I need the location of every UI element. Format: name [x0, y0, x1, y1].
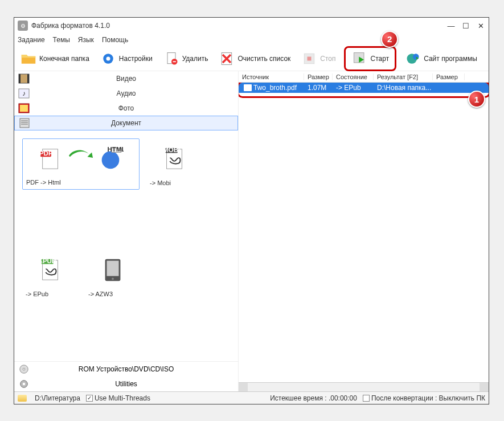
document-icon — [18, 117, 31, 129]
svg-text:MOBI: MOBI — [163, 146, 180, 153]
delete-button[interactable]: Удалить — [161, 49, 211, 68]
stop-button[interactable]: Стоп — [298, 49, 338, 68]
status-bar: D:\Литература ✓ Use Multi-Threads Истекш… — [14, 391, 489, 404]
format-mobi[interactable]: MOBI -> Mobi — [146, 138, 202, 190]
svg-text:HTML: HTML — [108, 146, 124, 153]
svg-text:♪: ♪ — [22, 89, 26, 97]
svg-rect-11 — [19, 74, 21, 83]
start-button[interactable]: Старт — [349, 49, 392, 68]
folder-icon — [20, 50, 37, 67]
menu-task[interactable]: Задание — [18, 36, 45, 44]
app-window: ⚙ Фабрика форматов 4.1.0 — ☐ ✕ Задание Т… — [14, 17, 489, 404]
clear-list-label: Очистить список — [237, 55, 290, 63]
audio-icon: ♪ — [18, 87, 30, 100]
category-list: Видео ♪ Аудио Фото Документ — [14, 71, 238, 130]
site-button[interactable]: Сайт программы — [402, 49, 480, 68]
gear-icon — [18, 378, 30, 390]
stop-icon — [301, 50, 318, 67]
cell-result: D:\Новая папка... — [374, 84, 433, 92]
elapsed-time: Истекшее время : .00:00:00 — [270, 394, 357, 402]
menu-lang[interactable]: Язык — [78, 36, 94, 44]
cell-size: 1.07M — [304, 84, 333, 92]
svg-point-34 — [23, 368, 25, 370]
delete-icon — [163, 50, 180, 67]
menu-bar: Задание Темы Язык Помощь — [14, 34, 489, 46]
after-convert-checkbox[interactable]: После конвертации : Выключить ПК — [363, 394, 485, 402]
svg-rect-12 — [27, 74, 29, 83]
col-size2[interactable]: Размер — [433, 73, 465, 80]
cell-source: Two_broth.pdf — [253, 84, 297, 92]
delete-label: Удалить — [182, 55, 208, 63]
site-label: Сайт программы — [424, 55, 477, 63]
clear-list-icon — [218, 50, 235, 67]
clear-list-button[interactable]: Очистить список — [216, 49, 293, 68]
col-source[interactable]: Источник — [239, 73, 304, 80]
checkbox-icon — [363, 395, 370, 402]
badge-2: 2 — [381, 31, 398, 48]
col-result[interactable]: Результат [F2] — [374, 73, 433, 80]
status-path[interactable]: D:\Литература — [35, 394, 80, 402]
category-document[interactable]: Документ — [14, 116, 238, 130]
svg-rect-31 — [106, 260, 118, 276]
start-icon — [351, 50, 368, 67]
content-area: Видео ♪ Аудио Фото Документ — [14, 71, 489, 391]
format-azw3[interactable]: -> AZW3 — [85, 250, 141, 301]
table-row[interactable]: Two_broth.pdf 1.07M -> EPub D:\Новая пап… — [239, 83, 489, 93]
svg-rect-6 — [308, 56, 312, 60]
settings-button[interactable]: Настройки — [97, 49, 155, 68]
file-icon — [244, 84, 252, 91]
title-bar: ⚙ Фабрика форматов 4.1.0 — ☐ ✕ — [14, 18, 489, 34]
multithread-checkbox[interactable]: ✓ Use Multi-Threads — [86, 394, 150, 402]
minimize-button[interactable]: — — [448, 22, 454, 29]
left-panel: Видео ♪ Аудио Фото Документ — [14, 71, 239, 391]
window-title: Фабрика форматов 4.1.0 — [31, 22, 448, 30]
bottom-categories: ROM Устройство\DVD\CD\ISO Utilities — [14, 361, 238, 391]
svg-point-1 — [106, 56, 110, 60]
category-video[interactable]: Видео — [14, 71, 238, 86]
category-photo[interactable]: Фото — [14, 101, 238, 116]
maximize-button[interactable]: ☐ — [462, 22, 469, 29]
menu-themes[interactable]: Темы — [53, 36, 70, 44]
app-icon: ⚙ — [18, 21, 28, 31]
svg-point-36 — [23, 383, 26, 386]
svg-text:PDF: PDF — [39, 150, 52, 157]
stop-label: Стоп — [320, 55, 335, 63]
photo-icon — [18, 102, 30, 115]
checkbox-icon: ✓ — [86, 395, 93, 402]
category-rom[interactable]: ROM Устройство\DVD\CD\ISO — [14, 362, 238, 377]
col-size[interactable]: Размер — [304, 73, 333, 80]
col-state[interactable]: Состояние — [333, 73, 374, 80]
start-label: Старт — [371, 55, 390, 63]
format-grid: PDF HTML PDF -> Html MOBI -> Mobi EPUB — [14, 130, 238, 361]
badge-1: 1 — [468, 91, 485, 108]
table-header: Источник Размер Состояние Результат [F2]… — [239, 71, 489, 83]
format-epub[interactable]: EPUB -> EPub — [22, 250, 78, 301]
horizontal-scrollbar[interactable] — [239, 382, 489, 391]
svg-point-21 — [102, 152, 120, 169]
globe-icon — [404, 50, 421, 67]
video-icon — [18, 72, 30, 85]
category-utilities[interactable]: Utilities — [14, 377, 238, 391]
table-body: 1 Two_broth.pdf 1.07M -> EPub D:\Новая п… — [239, 83, 489, 382]
output-folder-label: Конечная папка — [39, 55, 89, 63]
toolbar: Конечная папка Настройки Удалить Очистит… — [14, 46, 489, 71]
category-audio[interactable]: ♪ Аудио — [14, 86, 238, 101]
right-panel: Источник Размер Состояние Результат [F2]… — [239, 71, 489, 391]
cell-state: -> EPub — [333, 84, 374, 92]
settings-label: Настройки — [119, 55, 153, 63]
disc-icon — [18, 363, 30, 375]
format-pdf-html[interactable]: PDF HTML PDF -> Html — [22, 138, 140, 190]
svg-text:EPUB: EPUB — [38, 257, 56, 264]
svg-point-32 — [112, 277, 114, 280]
gear-icon — [100, 50, 117, 67]
svg-rect-16 — [20, 105, 28, 112]
close-button[interactable]: ✕ — [477, 22, 484, 29]
folder-icon — [18, 395, 27, 402]
menu-help[interactable]: Помощь — [102, 36, 128, 44]
output-folder-button[interactable]: Конечная папка — [18, 49, 92, 68]
start-highlight: 2 Старт — [344, 46, 397, 71]
svg-rect-17 — [20, 118, 29, 128]
